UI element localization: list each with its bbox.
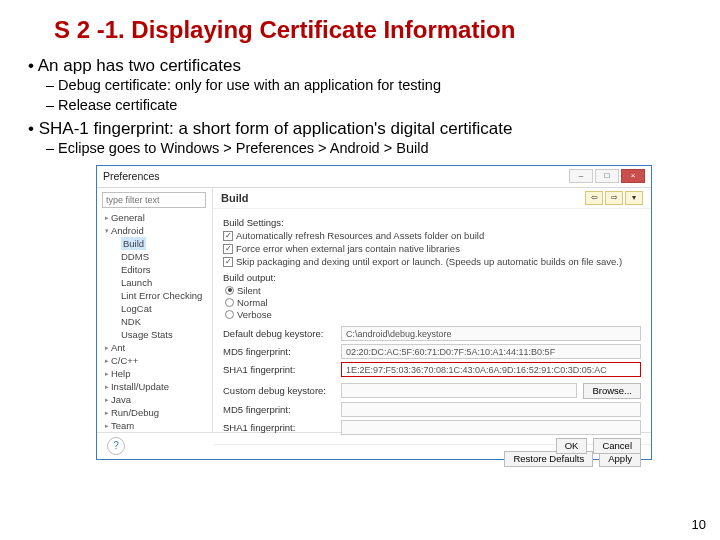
checkbox-skip-packaging[interactable]: ✓ [223,257,233,267]
custom-keystore-label: Custom debug keystore: [223,385,335,396]
tree-team[interactable]: Team [99,419,210,432]
bullet-2: SHA-1 fingerprint: a short form of appli… [28,119,692,139]
sha1-label: SHA1 fingerprint: [223,364,335,375]
main-panel: Build ⇦ ⇨ ▾ Build Settings: ✓Automatical… [213,188,651,432]
radio-verbose[interactable] [225,310,234,319]
md5-value: 02:20:DC:AC:5F:60:71:D0:7F:5A:10:A1:44:1… [341,344,641,359]
nav-back-button[interactable]: ⇦ [585,191,603,205]
maximize-button[interactable]: □ [595,169,619,183]
tree-editors[interactable]: Editors [99,263,210,276]
radio-normal[interactable] [225,298,234,307]
titlebar: Preferences – □ × [97,166,651,188]
slide-title: S 2 -1. Displaying Certificate Informati… [54,16,692,44]
nav-menu-button[interactable]: ▾ [625,191,643,205]
default-keystore-label: Default debug keystore: [223,328,335,339]
label-skip-packaging: Skip packaging and dexing until export o… [236,256,622,268]
label-auto-refresh: Automatically refresh Resources and Asse… [236,230,484,242]
tree-cpp[interactable]: C/C++ [99,354,210,367]
tree-java[interactable]: Java [99,393,210,406]
help-icon[interactable]: ? [107,437,125,455]
custom-keystore-value[interactable] [341,383,577,398]
sha1-value: 1E:2E:97:F5:03:36:70:08:1C:43:0A:6A:9D:1… [341,362,641,377]
tree-rundebug[interactable]: Run/Debug [99,406,210,419]
preferences-window: Preferences – □ × General Android Build … [96,165,652,460]
tree-ddms[interactable]: DDMS [99,250,210,263]
sha1-2-label: SHA1 fingerprint: [223,422,335,433]
tree-help[interactable]: Help [99,367,210,380]
build-settings-label: Build Settings: [223,217,641,228]
sha1-2-value [341,420,641,435]
label-silent: Silent [237,285,261,296]
label-force-error: Force error when external jars contain n… [236,243,460,255]
ok-button[interactable]: OK [556,438,588,454]
panel-heading: Build [221,192,583,204]
default-keystore-value: C:\android\debug.keystore [341,326,641,341]
label-normal: Normal [237,297,268,308]
tree-ant[interactable]: Ant [99,341,210,354]
browse-button[interactable]: Browse... [583,383,641,399]
minimize-button[interactable]: – [569,169,593,183]
tree-android[interactable]: Android [99,224,210,237]
tree-ndk[interactable]: NDK [99,315,210,328]
checkbox-auto-refresh[interactable]: ✓ [223,231,233,241]
tree-panel: General Android Build DDMS Editors Launc… [97,188,213,432]
md5-2-value [341,402,641,417]
window-title: Preferences [103,170,569,182]
radio-silent[interactable] [225,286,234,295]
tree-general[interactable]: General [99,211,210,224]
tree-lint[interactable]: Lint Error Checking [99,289,210,302]
nav-forward-button[interactable]: ⇨ [605,191,623,205]
filter-input[interactable] [102,192,206,208]
tree-usage[interactable]: Usage Stats [99,328,210,341]
sub-2: Release certificate [46,96,692,116]
md5-label: MD5 fingerprint: [223,346,335,357]
cancel-button[interactable]: Cancel [593,438,641,454]
tree-build[interactable]: Build [121,237,146,250]
sub-1: Debug certificate: only for use with an … [46,76,692,96]
close-button[interactable]: × [621,169,645,183]
build-output-label: Build output: [223,272,641,283]
md5-2-label: MD5 fingerprint: [223,404,335,415]
tree-launch[interactable]: Launch [99,276,210,289]
page-number: 10 [692,517,706,532]
label-verbose: Verbose [237,309,272,320]
sub-3: Eclipse goes to Windows > Preferences > … [46,139,692,159]
bullet-1: An app has two certificates [28,56,692,76]
tree-install[interactable]: Install/Update [99,380,210,393]
tree-logcat[interactable]: LogCat [99,302,210,315]
checkbox-force-error[interactable]: ✓ [223,244,233,254]
